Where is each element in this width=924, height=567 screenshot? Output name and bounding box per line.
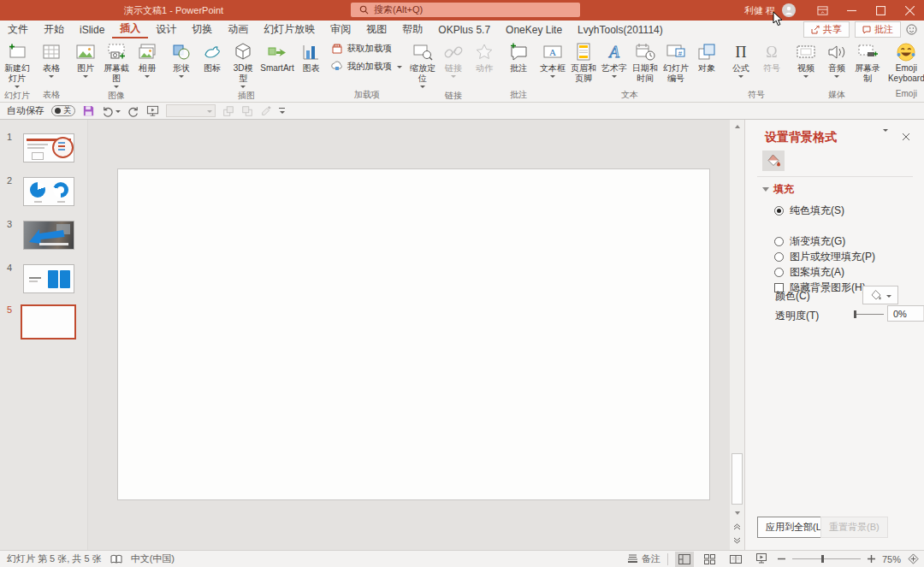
slide-thumbnail-2[interactable] [23,177,74,206]
tab-animations[interactable]: 动画 [220,21,256,38]
slide-number-button[interactable]: # 幻灯片编号 [660,39,691,86]
reading-view-icon [730,554,742,564]
fill-section-header[interactable]: 填充 [762,182,794,197]
zoom-level[interactable]: 75% [882,554,901,564]
slide-count-status[interactable]: 幻灯片 第 5 张, 共 5 张 [7,552,102,565]
current-slide[interactable] [117,168,710,500]
zoom-link-button[interactable]: 缩放定位 [407,39,438,90]
slide-thumbnail-3[interactable] [23,221,74,250]
picture-button[interactable]: 图片 [70,39,101,80]
my-addins-button[interactable]: 我的加载项 [331,61,402,73]
tab-slideshow[interactable]: 幻灯片放映 [256,21,323,38]
icons-button[interactable]: 图标 [197,39,228,75]
slide-thumbnail-1[interactable] [23,133,74,162]
scroll-down-button[interactable] [732,508,742,517]
tab-transitions[interactable]: 切换 [184,21,220,38]
smartart-button[interactable]: SmartArt [258,39,295,75]
header-footer-button[interactable]: 页眉和页脚 [568,39,599,86]
video-button[interactable]: 视频 [791,39,821,80]
spellcheck-book-icon[interactable] [110,554,122,564]
get-addins-button[interactable]: 获取加载项 [331,43,402,55]
transparency-spinbox[interactable]: 0% [887,305,924,322]
screenshot-button[interactable]: 屏幕截图 [101,39,132,90]
autosave-toggle[interactable]: 关 [51,105,75,116]
qat-overflow-button[interactable] [279,108,285,114]
slide-thumbnail-5-selected[interactable] [21,304,76,340]
fit-to-window-icon[interactable] [908,553,919,564]
tab-insert[interactable]: 插入 [112,21,148,38]
next-slide-button[interactable] [732,535,742,545]
gradient-fill-option[interactable]: 渐变填充(G) [774,234,845,249]
slider-handle[interactable] [854,310,856,318]
notes-button[interactable]: 备注 [627,552,660,565]
photo-album-button[interactable]: 相册 [132,39,163,80]
textbox-button[interactable]: A 文本框 [537,39,568,80]
slide-sorter-view-button[interactable] [701,552,720,567]
fill-tab[interactable] [762,151,785,171]
ribbon-display-options-button[interactable] [808,0,837,21]
undo-dropdown-icon[interactable] [116,110,121,113]
equation-button[interactable]: Π 公式 [726,39,756,80]
normal-view-button[interactable] [675,552,694,567]
slide-thumbnail-4[interactable] [23,264,74,293]
tab-home[interactable]: 开始 [36,21,72,38]
close-button[interactable] [895,0,924,21]
section-collapse-icon [762,187,769,192]
transparency-slider[interactable] [855,314,884,315]
search-input[interactable]: 搜索(Alt+Q) [351,3,580,17]
redo-icon[interactable] [127,105,139,117]
reading-view-button[interactable] [726,552,745,567]
zoom-in-button[interactable] [868,555,875,563]
pattern-fill-option[interactable]: 图案填充(A) [774,265,844,280]
chart-button[interactable]: 图表 [295,39,326,75]
language-status[interactable]: 中文(中国) [131,552,175,565]
tab-help[interactable]: 帮助 [394,21,430,38]
table-button[interactable]: 表格 [36,39,67,80]
emoji-keyboard-button[interactable]: Emoji Keyboard [886,39,924,86]
zoom-slider[interactable] [792,558,861,559]
scrollbar-thumb[interactable] [732,453,743,505]
3d-models-button[interactable]: 3D模型 [228,39,258,90]
slideshow-view-button[interactable] [752,552,771,567]
tab-okplus[interactable]: OKPlus 5.7 [430,21,498,38]
scroll-up-button[interactable] [732,121,742,131]
share-button[interactable]: 共享 [803,21,850,38]
panel-close-button[interactable] [902,132,910,144]
audio-button[interactable]: 音频 [821,39,852,80]
tab-view[interactable]: 视图 [358,21,394,38]
panel-options-dropdown[interactable] [883,132,888,144]
group-addins: 获取加载项 我的加载项 加载项 [328,38,406,102]
tab-islide[interactable]: iSlide [72,21,112,38]
zoom-slider-handle[interactable] [821,555,824,563]
maximize-button[interactable] [866,0,895,21]
tab-lvyhtools[interactable]: LvyhTools(201114) [570,21,671,38]
solid-fill-option[interactable]: 纯色填充(S) [774,204,844,218]
tab-review[interactable]: 审阅 [323,21,358,38]
fill-color-icon [870,289,882,301]
date-time-button[interactable]: 日期和时间 [630,39,660,86]
shapes-icon [170,41,192,63]
zoom-out-button[interactable] [778,555,785,563]
start-slideshow-icon[interactable] [146,104,159,117]
user-name[interactable]: 利健 程 [744,4,775,17]
color-dropdown-button[interactable] [862,286,898,304]
tab-file[interactable]: 文件 [0,21,36,38]
feedback-smiley-icon[interactable] [906,24,917,35]
screen-recording-button[interactable]: 屏幕录制 [852,39,883,86]
save-icon[interactable] [82,104,95,117]
insert-comment-button[interactable]: 批注 [503,39,534,75]
undo-icon[interactable] [102,105,114,117]
minimize-button[interactable] [837,0,866,21]
new-slide-button[interactable]: 新建幻灯片 [2,39,33,90]
previous-slide-button[interactable] [732,522,742,531]
svg-text:A: A [607,43,619,61]
canvas-scrollbar[interactable] [730,120,744,550]
comments-button[interactable]: 批注 [855,21,901,38]
shapes-button[interactable]: 形状 [166,39,197,80]
object-button[interactable]: 对象 [691,39,722,75]
wordart-button[interactable]: A 艺术字 [599,39,630,80]
picture-texture-fill-option[interactable]: 图片或纹理填充(P) [774,250,875,264]
avatar[interactable] [782,3,796,17]
tab-design[interactable]: 设计 [148,21,184,38]
tab-onekey-lite[interactable]: OneKey Lite [498,21,570,38]
